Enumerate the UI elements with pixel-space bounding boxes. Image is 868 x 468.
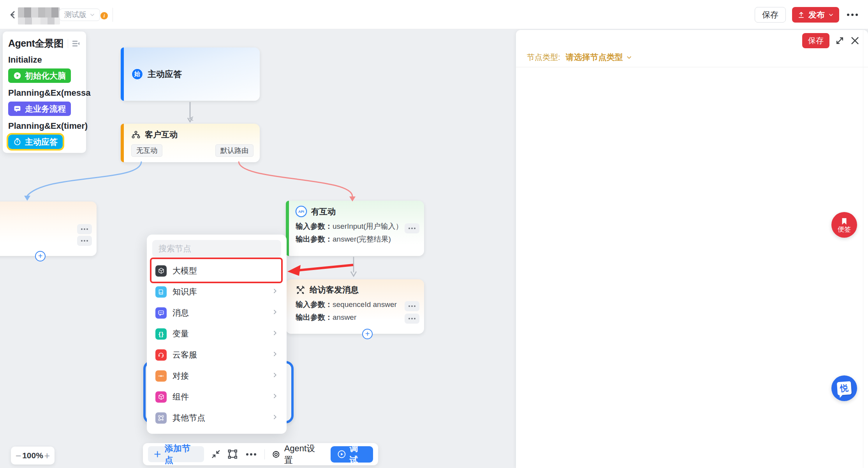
node-send-visitor-message[interactable]: 给访客发消息 输入参数： sequenceId answer 输出参数： ans… [286,279,424,334]
chevron-down-icon [828,12,834,18]
pill-label: 初始化大脑 [25,70,66,81]
node-left-partial[interactable]: atHistory ent + [0,202,97,256]
node-title: 主动应答 [148,68,182,80]
chevron-right-icon [272,330,278,338]
row-more-icon[interactable] [405,314,419,324]
chevron-right-icon [272,414,278,422]
expand-panel-icon[interactable] [835,36,845,46]
overview-title: Agent全景图 [8,37,63,50]
panel-edge-line [863,30,863,468]
chevron-right-icon [272,393,278,401]
menu-item-llm[interactable]: 大模型 [152,260,281,281]
section-heading-initialize: Initialize [8,55,81,65]
node-title: 给访客发消息 [310,284,359,295]
collapse-panel-icon[interactable] [68,39,81,48]
zoom-in-button[interactable]: + [44,451,50,461]
menu-item-label: 大模型 [173,265,278,276]
headset-icon [155,349,167,361]
menu-item-knowledge[interactable]: 知识库 [152,281,281,302]
chevron-down-icon [90,12,95,18]
menu-item-component[interactable]: 组件 [152,386,281,407]
agent-flow-editor: 测试版 i 保存 发布 Agent全景图 Initia [0,0,868,468]
node-title: 客户互动 [145,129,178,140]
port-default-route[interactable]: 默认路由 [215,144,254,157]
menu-item-variable[interactable]: { } 变量 [152,323,281,344]
node-customer-interaction[interactable]: 客户互动 无互动 默认路由 [121,124,260,162]
more-menu-icon[interactable] [845,12,859,18]
output-params-label: 输出参数： [296,312,333,323]
menu-item-other-nodes[interactable]: 其他节点 [152,407,281,428]
add-branch-icon[interactable]: + [35,251,46,261]
row-more-icon[interactable] [77,236,92,246]
menu-item-label: 变量 [173,328,266,339]
version-selector[interactable]: 测试版 [59,9,100,21]
close-panel-icon[interactable] [850,35,860,46]
node-accent [121,124,124,162]
back-icon[interactable] [8,9,19,20]
chevron-right-icon [272,372,278,380]
menu-item-label: 组件 [173,391,266,402]
publish-button[interactable]: 发布 [792,7,839,23]
row-more-icon[interactable] [405,301,419,311]
pill-business-flow[interactable]: 走业务流程 [8,102,71,116]
panel-save-button[interactable]: 保存 [802,33,829,48]
chevron-right-icon [272,351,278,359]
chevron-right-icon [272,309,278,317]
add-branch-icon[interactable]: + [362,329,373,339]
node-title: 有互动 [311,206,336,217]
zoom-out-button[interactable]: − [16,451,21,461]
connector-icon [155,370,167,382]
select-frame-icon[interactable] [227,449,238,459]
debug-button[interactable]: 调试 [331,446,373,463]
input-params-value: sequenceId answer [333,300,397,309]
toolbar-more-icon[interactable] [245,452,258,457]
output-params-value: answer(完整结果) [333,234,391,244]
menu-item-label: 对接 [173,370,266,381]
save-button[interactable]: 保存 [755,7,786,23]
version-label: 测试版 [64,10,86,20]
pill-proactive-answer-active[interactable]: 主动应答 [8,135,63,149]
plus-icon [153,450,162,458]
input-params-label: 输入参数： [296,300,333,310]
play-circle-icon [337,450,346,459]
message-icon [155,307,167,319]
sticky-note-badge[interactable]: 便签 [831,212,857,238]
node-has-interaction[interactable]: API 有互动 输入参数： userInput(用户输入） ch... 输出参数… [286,201,424,256]
node-proactive-answer[interactable]: 始 主动应答 [121,47,260,101]
menu-item-label: 云客服 [173,349,266,360]
toolbar-divider [264,449,265,459]
add-node-menu: 大模型 知识库 消息 { } [147,235,287,434]
agent-settings-button[interactable]: Agent设置 [271,443,323,466]
info-icon[interactable]: i [100,12,108,19]
agent-settings-label: Agent设置 [284,443,323,466]
chevron-down-icon [626,54,632,60]
port-no-interaction[interactable]: 无互动 [131,144,162,157]
section-heading-planning-message: Planning&Ex(messa [8,88,81,98]
node-type-label: 节点类型: [527,52,560,63]
debug-label: 调试 [350,443,366,466]
zoom-control: − 100% + [11,447,55,464]
upload-icon [798,11,805,19]
chevron-right-icon [272,288,278,296]
menu-item-message[interactable]: 消息 [152,302,281,323]
tools-icon [296,285,305,295]
output-params-label: 输出参数： [296,234,333,244]
node-accent [121,47,124,101]
search-input[interactable] [152,240,281,257]
menu-item-label: 知识库 [173,286,266,297]
chat-icon [13,105,21,113]
menu-item-label: 消息 [173,307,266,318]
output-params-value: answer [333,313,356,322]
menu-item-integration[interactable]: 对接 [152,365,281,386]
node-type-select[interactable]: 请选择节点类型 [566,52,632,63]
pill-initialize-brain[interactable]: 初始化大脑 [8,68,71,83]
fit-view-icon[interactable] [211,449,221,459]
canvas-toolbar: 添加节点 Agent设置 调试 [143,443,378,465]
row-more-icon[interactable] [405,223,419,233]
chat-assistant-badge[interactable]: 悦 [831,375,857,401]
menu-item-cloud-service[interactable]: 云客服 [152,344,281,365]
variable-braces-icon: { } [155,328,167,340]
agent-overview-panel: Agent全景图 Initialize 初始化大脑 Planning&Ex(me… [3,32,86,153]
add-node-button[interactable]: 添加节点 [148,446,204,462]
row-more-icon[interactable] [77,224,92,234]
